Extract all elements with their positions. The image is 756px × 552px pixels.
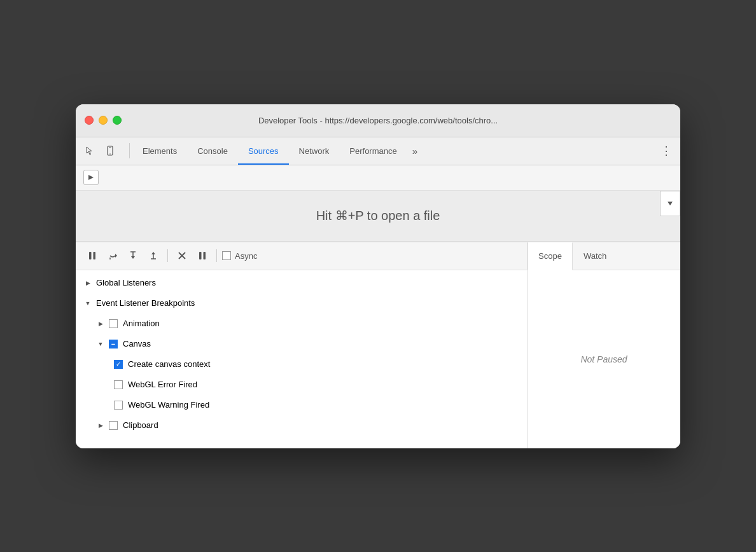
devtools-menu-button[interactable]: ⋮ bbox=[657, 142, 675, 160]
tab-bar: Elements Console Sources Network Perform… bbox=[76, 137, 680, 165]
scope-tab[interactable]: Scope bbox=[528, 242, 573, 270]
step-over-button[interactable] bbox=[104, 247, 122, 265]
pause-resume-button[interactable] bbox=[83, 247, 101, 265]
event-listener-breakpoints-label: Event Listener Breakpoints bbox=[96, 298, 195, 308]
step-out-icon bbox=[148, 251, 158, 261]
device-toolbar-button[interactable] bbox=[101, 142, 119, 160]
right-panel-tabs: Scope Watch bbox=[528, 242, 680, 270]
step-into-icon bbox=[128, 251, 138, 261]
pause-exceptions-icon bbox=[197, 251, 207, 261]
open-file-area: Hit ⌘+P to open a file bbox=[76, 191, 680, 242]
clipboard-toggle[interactable]: ▶ bbox=[96, 421, 105, 430]
event-listener-breakpoints-toggle[interactable]: ▼ bbox=[83, 299, 92, 308]
pause-icon bbox=[87, 251, 97, 261]
traffic-lights bbox=[85, 116, 122, 125]
animation-checkbox[interactable] bbox=[109, 319, 118, 328]
svg-rect-17 bbox=[199, 252, 202, 259]
svg-marker-7 bbox=[115, 254, 117, 258]
canvas-checkbox[interactable] bbox=[109, 340, 118, 348]
step-over-icon bbox=[108, 251, 118, 261]
async-label: Async bbox=[235, 251, 257, 261]
maximize-button[interactable] bbox=[113, 116, 122, 125]
deactivate-icon bbox=[177, 251, 187, 261]
close-button[interactable] bbox=[85, 116, 94, 125]
devtools-window: Developer Tools - https://developers.goo… bbox=[76, 104, 680, 448]
scope-content: Not Paused bbox=[528, 270, 680, 448]
animation-label: Animation bbox=[123, 319, 160, 328]
animation-row[interactable]: ▶ Animation bbox=[96, 314, 527, 334]
main-content: Hit ⌘+P to open a file bbox=[76, 165, 680, 448]
open-file-hint: Hit ⌘+P to open a file bbox=[316, 208, 440, 223]
watch-tab[interactable]: Watch bbox=[573, 242, 617, 270]
inspect-element-button[interactable] bbox=[81, 142, 99, 160]
step-out-button[interactable] bbox=[144, 247, 162, 265]
tabs: Elements Console Sources Network Perform… bbox=[132, 137, 657, 165]
event-listener-breakpoints-row[interactable]: ▼ Event Listener Breakpoints bbox=[76, 293, 527, 314]
svg-marker-3 bbox=[88, 175, 94, 180]
svg-marker-13 bbox=[151, 252, 155, 254]
webgl-error-fired-checkbox[interactable] bbox=[114, 380, 123, 389]
breakpoints-tree: ▶ Global Listeners ▼ Event Listener Brea… bbox=[76, 270, 527, 438]
toolbar-divider bbox=[167, 249, 168, 262]
svg-rect-5 bbox=[89, 252, 92, 259]
mobile-icon bbox=[105, 146, 115, 156]
deactivate-breakpoints-button[interactable] bbox=[173, 247, 191, 265]
create-canvas-context-label: Create canvas context bbox=[128, 359, 210, 369]
webgl-warning-fired-checkbox[interactable] bbox=[114, 401, 123, 410]
svg-rect-6 bbox=[94, 252, 96, 259]
canvas-row[interactable]: ▼ Canvas bbox=[96, 334, 527, 354]
debugger-toolbar: Async bbox=[76, 242, 527, 270]
toolbar-icons bbox=[81, 142, 119, 160]
cursor-icon bbox=[85, 146, 95, 156]
pause-on-exceptions-button[interactable] bbox=[193, 247, 211, 265]
sidebar-toggle-icon bbox=[87, 174, 95, 181]
tab-network[interactable]: Network bbox=[289, 137, 340, 165]
title-bar: Developer Tools - https://developers.goo… bbox=[76, 104, 680, 137]
clipboard-checkbox[interactable] bbox=[109, 421, 118, 430]
animation-toggle[interactable]: ▶ bbox=[96, 319, 105, 328]
event-listener-children: ▶ Animation ▼ Canvas bbox=[76, 314, 527, 436]
svg-marker-4 bbox=[668, 202, 673, 205]
step-into-button[interactable] bbox=[124, 247, 142, 265]
async-checkbox[interactable] bbox=[222, 251, 231, 260]
dropdown-arrow-icon bbox=[666, 200, 674, 207]
debugger-area: Async ▶ Global Listeners ▼ Event Listene… bbox=[76, 242, 680, 448]
canvas-label: Canvas bbox=[123, 339, 151, 348]
create-canvas-context-checkbox[interactable] bbox=[114, 360, 123, 369]
webgl-error-fired-row[interactable]: WebGL Error Fired bbox=[114, 375, 527, 395]
toolbar-divider-2 bbox=[216, 249, 217, 262]
webgl-warning-fired-row[interactable]: WebGL Warning Fired bbox=[114, 395, 527, 415]
clipboard-row[interactable]: ▶ Clipboard bbox=[96, 415, 527, 436]
tab-console[interactable]: Console bbox=[187, 137, 238, 165]
tab-elements[interactable]: Elements bbox=[132, 137, 187, 165]
webgl-error-fired-label: WebGL Error Fired bbox=[128, 380, 197, 389]
sidebar-toggle-bar bbox=[76, 165, 680, 191]
tab-performance[interactable]: Performance bbox=[339, 137, 407, 165]
clipboard-label: Clipboard bbox=[123, 420, 158, 430]
canvas-children: Create canvas context WebGL Error Fired … bbox=[96, 354, 527, 415]
webgl-warning-fired-label: WebGL Warning Fired bbox=[128, 400, 209, 410]
async-checkbox-label[interactable]: Async bbox=[222, 251, 257, 261]
tab-sources[interactable]: Sources bbox=[238, 137, 289, 165]
create-canvas-context-row[interactable]: Create canvas context bbox=[114, 354, 527, 375]
more-tabs-button[interactable]: » bbox=[407, 146, 423, 156]
global-listeners-label: Global Listeners bbox=[96, 278, 156, 287]
show-sidebar-button[interactable] bbox=[83, 170, 99, 185]
window-title: Developer Tools - https://developers.goo… bbox=[258, 116, 498, 125]
svg-rect-18 bbox=[204, 252, 206, 259]
history-dropdown-button[interactable] bbox=[660, 191, 680, 216]
right-panel: Scope Watch Not Paused bbox=[528, 242, 680, 448]
left-panel: Async ▶ Global Listeners ▼ Event Listene… bbox=[76, 242, 528, 448]
svg-rect-1 bbox=[109, 148, 111, 148]
minimize-button[interactable] bbox=[99, 116, 108, 125]
global-listeners-row[interactable]: ▶ Global Listeners bbox=[76, 273, 527, 293]
tab-divider bbox=[129, 143, 130, 158]
canvas-toggle[interactable]: ▼ bbox=[96, 340, 105, 348]
global-listeners-toggle[interactable]: ▶ bbox=[83, 279, 92, 287]
svg-point-2 bbox=[109, 153, 110, 154]
not-paused-text: Not Paused bbox=[580, 354, 627, 364]
svg-marker-10 bbox=[131, 256, 135, 259]
